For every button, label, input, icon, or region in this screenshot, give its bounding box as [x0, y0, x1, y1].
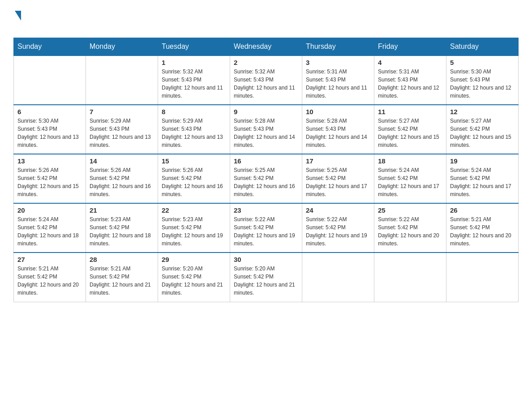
calendar-cell: 8Sunrise: 5:29 AMSunset: 5:43 PMDaylight…	[158, 105, 230, 154]
calendar-table: SundayMondayTuesdayWednesdayThursdayFrid…	[13, 38, 519, 302]
day-number: 27	[17, 256, 82, 263]
day-number: 7	[90, 108, 154, 116]
day-number: 26	[450, 206, 515, 214]
day-number: 30	[234, 256, 298, 263]
week-row-5: 27Sunrise: 5:21 AMSunset: 5:42 PMDayligh…	[14, 253, 519, 302]
day-number: 3	[306, 59, 370, 66]
calendar-cell: 4Sunrise: 5:31 AMSunset: 5:43 PMDaylight…	[374, 56, 446, 105]
day-info: Sunrise: 5:31 AMSunset: 5:43 PMDaylight:…	[378, 68, 442, 100]
day-info: Sunrise: 5:27 AMSunset: 5:42 PMDaylight:…	[450, 117, 515, 149]
calendar-cell: 3Sunrise: 5:31 AMSunset: 5:43 PMDaylight…	[302, 56, 374, 105]
day-info: Sunrise: 5:25 AMSunset: 5:42 PMDaylight:…	[234, 166, 298, 198]
day-number: 18	[378, 157, 442, 165]
calendar-cell	[14, 56, 86, 105]
calendar-cell: 2Sunrise: 5:32 AMSunset: 5:43 PMDaylight…	[230, 56, 302, 105]
calendar-cell: 6Sunrise: 5:30 AMSunset: 5:43 PMDaylight…	[14, 105, 86, 154]
calendar-cell: 22Sunrise: 5:23 AMSunset: 5:42 PMDayligh…	[158, 203, 230, 253]
calendar-cell: 10Sunrise: 5:28 AMSunset: 5:43 PMDayligh…	[302, 105, 374, 154]
day-info: Sunrise: 5:21 AMSunset: 5:42 PMDaylight:…	[90, 265, 154, 297]
day-info: Sunrise: 5:22 AMSunset: 5:42 PMDaylight:…	[234, 215, 298, 248]
calendar-cell: 1Sunrise: 5:32 AMSunset: 5:43 PMDaylight…	[158, 56, 230, 105]
day-number: 22	[162, 206, 226, 214]
page-header: General	[13, 9, 519, 33]
day-info: Sunrise: 5:26 AMSunset: 5:42 PMDaylight:…	[17, 166, 82, 198]
day-info: Sunrise: 5:26 AMSunset: 5:42 PMDaylight:…	[162, 166, 226, 198]
calendar-cell: 11Sunrise: 5:27 AMSunset: 5:42 PMDayligh…	[374, 105, 446, 154]
day-info: Sunrise: 5:28 AMSunset: 5:43 PMDaylight:…	[234, 117, 298, 149]
day-info: Sunrise: 5:29 AMSunset: 5:43 PMDaylight:…	[162, 117, 226, 149]
day-number: 12	[450, 108, 515, 116]
day-info: Sunrise: 5:27 AMSunset: 5:42 PMDaylight:…	[378, 117, 442, 149]
day-info: Sunrise: 5:22 AMSunset: 5:42 PMDaylight:…	[378, 215, 442, 248]
day-info: Sunrise: 5:28 AMSunset: 5:43 PMDaylight:…	[306, 117, 370, 149]
day-info: Sunrise: 5:24 AMSunset: 5:42 PMDaylight:…	[378, 166, 442, 198]
day-info: Sunrise: 5:24 AMSunset: 5:42 PMDaylight:…	[450, 166, 515, 198]
calendar-cell: 19Sunrise: 5:24 AMSunset: 5:42 PMDayligh…	[446, 154, 519, 203]
calendar-cell: 25Sunrise: 5:22 AMSunset: 5:42 PMDayligh…	[374, 203, 446, 253]
calendar-cell: 5Sunrise: 5:30 AMSunset: 5:43 PMDaylight…	[446, 56, 519, 105]
calendar-cell	[446, 253, 519, 302]
calendar-cell: 13Sunrise: 5:26 AMSunset: 5:42 PMDayligh…	[14, 154, 86, 203]
calendar-cell: 27Sunrise: 5:21 AMSunset: 5:42 PMDayligh…	[14, 253, 86, 302]
day-number: 24	[306, 206, 370, 214]
calendar-cell: 15Sunrise: 5:26 AMSunset: 5:42 PMDayligh…	[158, 154, 230, 203]
day-info: Sunrise: 5:30 AMSunset: 5:43 PMDaylight:…	[450, 68, 515, 100]
calendar-header-row: SundayMondayTuesdayWednesdayThursdayFrid…	[14, 38, 519, 56]
day-info: Sunrise: 5:32 AMSunset: 5:43 PMDaylight:…	[162, 68, 226, 100]
calendar-cell: 17Sunrise: 5:25 AMSunset: 5:42 PMDayligh…	[302, 154, 374, 203]
day-number: 15	[162, 157, 226, 165]
logo: General	[13, 9, 61, 33]
calendar-cell: 23Sunrise: 5:22 AMSunset: 5:42 PMDayligh…	[230, 203, 302, 253]
day-number: 5	[450, 59, 515, 66]
day-number: 16	[234, 157, 298, 165]
calendar-cell: 30Sunrise: 5:20 AMSunset: 5:42 PMDayligh…	[230, 253, 302, 302]
calendar-cell: 21Sunrise: 5:23 AMSunset: 5:42 PMDayligh…	[86, 203, 158, 253]
calendar-cell: 7Sunrise: 5:29 AMSunset: 5:43 PMDaylight…	[86, 105, 158, 154]
day-info: Sunrise: 5:30 AMSunset: 5:43 PMDaylight:…	[17, 117, 82, 149]
day-info: Sunrise: 5:23 AMSunset: 5:42 PMDaylight:…	[90, 215, 154, 248]
day-number: 21	[90, 206, 154, 214]
calendar-cell	[86, 56, 158, 105]
day-info: Sunrise: 5:32 AMSunset: 5:43 PMDaylight:…	[234, 68, 298, 100]
day-info: Sunrise: 5:20 AMSunset: 5:42 PMDaylight:…	[162, 265, 226, 297]
calendar-cell: 26Sunrise: 5:21 AMSunset: 5:42 PMDayligh…	[446, 203, 519, 253]
day-number: 19	[450, 157, 515, 165]
calendar-cell: 18Sunrise: 5:24 AMSunset: 5:42 PMDayligh…	[374, 154, 446, 203]
header-thursday: Thursday	[302, 38, 374, 56]
calendar-cell: 9Sunrise: 5:28 AMSunset: 5:43 PMDaylight…	[230, 105, 302, 154]
day-info: Sunrise: 5:22 AMSunset: 5:42 PMDaylight:…	[306, 215, 370, 248]
header-monday: Monday	[86, 38, 158, 56]
day-info: Sunrise: 5:21 AMSunset: 5:42 PMDaylight:…	[450, 215, 515, 248]
day-info: Sunrise: 5:25 AMSunset: 5:42 PMDaylight:…	[306, 166, 370, 198]
week-row-4: 20Sunrise: 5:24 AMSunset: 5:42 PMDayligh…	[14, 203, 519, 253]
calendar-cell: 20Sunrise: 5:24 AMSunset: 5:42 PMDayligh…	[14, 203, 86, 253]
day-number: 8	[162, 108, 226, 116]
day-number: 10	[306, 108, 370, 116]
header-friday: Friday	[374, 38, 446, 56]
day-number: 17	[306, 157, 370, 165]
day-info: Sunrise: 5:26 AMSunset: 5:42 PMDaylight:…	[90, 166, 154, 198]
day-number: 23	[234, 206, 298, 214]
day-info: Sunrise: 5:20 AMSunset: 5:42 PMDaylight:…	[234, 265, 298, 297]
calendar-cell	[374, 253, 446, 302]
calendar-cell: 12Sunrise: 5:27 AMSunset: 5:42 PMDayligh…	[446, 105, 519, 154]
calendar-cell: 24Sunrise: 5:22 AMSunset: 5:42 PMDayligh…	[302, 203, 374, 253]
day-number: 20	[17, 206, 82, 214]
day-info: Sunrise: 5:29 AMSunset: 5:43 PMDaylight:…	[90, 117, 154, 149]
day-number: 9	[234, 108, 298, 116]
day-number: 2	[234, 59, 298, 66]
calendar-cell: 16Sunrise: 5:25 AMSunset: 5:42 PMDayligh…	[230, 154, 302, 203]
day-number: 14	[90, 157, 154, 165]
day-number: 11	[378, 108, 442, 116]
day-number: 4	[378, 59, 442, 66]
day-number: 29	[162, 256, 226, 263]
day-number: 6	[17, 108, 82, 116]
calendar-cell: 28Sunrise: 5:21 AMSunset: 5:42 PMDayligh…	[86, 253, 158, 302]
header-sunday: Sunday	[14, 38, 86, 56]
calendar-cell: 29Sunrise: 5:20 AMSunset: 5:42 PMDayligh…	[158, 253, 230, 302]
day-number: 13	[17, 157, 82, 165]
week-row-1: 1Sunrise: 5:32 AMSunset: 5:43 PMDaylight…	[14, 56, 519, 105]
header-tuesday: Tuesday	[158, 38, 230, 56]
day-info: Sunrise: 5:21 AMSunset: 5:42 PMDaylight:…	[17, 265, 82, 297]
week-row-2: 6Sunrise: 5:30 AMSunset: 5:43 PMDaylight…	[14, 105, 519, 154]
